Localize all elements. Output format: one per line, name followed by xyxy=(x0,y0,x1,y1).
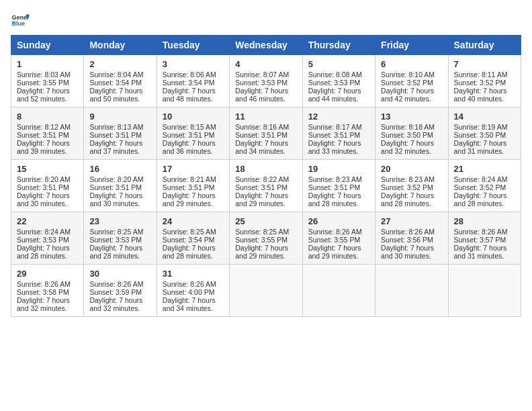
daylight-hours: Daylight: 7 hours and 30 minutes. xyxy=(381,244,434,260)
calendar-cell: 18Sunrise: 8:22 AMSunset: 3:51 PMDayligh… xyxy=(230,160,302,212)
calendar-cell xyxy=(302,265,375,317)
sunset-time: Sunset: 3:55 PM xyxy=(308,236,361,244)
sunset-time: Sunset: 3:51 PM xyxy=(89,131,142,139)
daylight-hours: Daylight: 7 hours and 33 minutes. xyxy=(308,139,361,155)
daylight-hours: Daylight: 7 hours and 39 minutes. xyxy=(17,139,70,155)
day-number: 28 xyxy=(454,216,515,226)
page-header: General Blue xyxy=(11,11,521,30)
sunrise-time: Sunrise: 8:12 AM xyxy=(17,123,71,131)
daylight-hours: Daylight: 7 hours and 29 minutes. xyxy=(163,191,216,208)
sunset-time: Sunset: 3:52 PM xyxy=(454,183,506,191)
sunset-time: Sunset: 3:53 PM xyxy=(17,236,69,244)
logo: General Blue xyxy=(11,11,30,30)
calendar-cell: 25Sunrise: 8:25 AMSunset: 3:55 PMDayligh… xyxy=(230,212,302,265)
day-number: 8 xyxy=(17,111,78,122)
sunset-time: Sunset: 3:52 PM xyxy=(454,79,506,87)
day-number: 20 xyxy=(381,164,442,174)
daylight-hours: Daylight: 7 hours and 36 minutes. xyxy=(163,139,216,155)
sunset-time: Sunset: 3:50 PM xyxy=(381,131,433,139)
calendar-cell: 15Sunrise: 8:20 AMSunset: 3:51 PMDayligh… xyxy=(11,160,84,212)
day-number: 13 xyxy=(381,111,442,122)
day-number: 6 xyxy=(381,59,442,69)
sunrise-time: Sunrise: 8:26 AM xyxy=(308,228,362,236)
day-number: 10 xyxy=(163,111,224,122)
calendar-cell: 31Sunrise: 8:26 AMSunset: 4:00 PMDayligh… xyxy=(157,265,229,317)
sunset-time: Sunset: 3:52 PM xyxy=(381,79,433,87)
sunrise-time: Sunrise: 8:26 AM xyxy=(163,280,216,288)
day-number: 25 xyxy=(235,216,296,226)
daylight-hours: Daylight: 7 hours and 31 minutes. xyxy=(454,139,507,155)
day-number: 29 xyxy=(17,269,78,279)
calendar-cell: 26Sunrise: 8:26 AMSunset: 3:55 PMDayligh… xyxy=(302,212,375,265)
sunrise-time: Sunrise: 8:26 AM xyxy=(454,228,508,236)
calendar-cell: 24Sunrise: 8:25 AMSunset: 3:54 PMDayligh… xyxy=(157,212,229,265)
sunrise-time: Sunrise: 8:25 AM xyxy=(89,228,143,236)
calendar-cell: 3Sunrise: 8:06 AMSunset: 3:54 PMDaylight… xyxy=(157,55,229,107)
day-number: 3 xyxy=(163,59,224,69)
sunset-time: Sunset: 3:53 PM xyxy=(89,236,142,244)
daylight-hours: Daylight: 7 hours and 34 minutes. xyxy=(235,139,288,155)
sunrise-time: Sunrise: 8:20 AM xyxy=(17,175,71,183)
daylight-hours: Daylight: 7 hours and 29 minutes. xyxy=(235,244,288,260)
sunrise-time: Sunrise: 8:23 AM xyxy=(381,175,435,183)
calendar-body: 1Sunrise: 8:03 AMSunset: 3:55 PMDaylight… xyxy=(11,55,521,317)
calendar-cell xyxy=(375,265,448,317)
daylight-hours: Daylight: 7 hours and 48 minutes. xyxy=(163,87,216,103)
calendar-cell: 30Sunrise: 8:26 AMSunset: 3:59 PMDayligh… xyxy=(84,265,157,317)
day-number: 24 xyxy=(163,216,224,226)
calendar-cell: 22Sunrise: 8:24 AMSunset: 3:53 PMDayligh… xyxy=(11,212,84,265)
daylight-hours: Daylight: 7 hours and 32 minutes. xyxy=(381,139,434,155)
daylight-hours: Daylight: 7 hours and 30 minutes. xyxy=(89,191,142,208)
calendar-cell: 7Sunrise: 8:11 AMSunset: 3:52 PMDaylight… xyxy=(448,55,521,107)
sunrise-time: Sunrise: 8:08 AM xyxy=(308,71,362,79)
day-number: 30 xyxy=(89,269,150,279)
sunset-time: Sunset: 4:00 PM xyxy=(163,288,215,296)
calendar-week-row: 15Sunrise: 8:20 AMSunset: 3:51 PMDayligh… xyxy=(11,160,521,212)
calendar-cell: 21Sunrise: 8:24 AMSunset: 3:52 PMDayligh… xyxy=(448,160,521,212)
calendar-cell: 13Sunrise: 8:18 AMSunset: 3:50 PMDayligh… xyxy=(375,107,448,160)
calendar-cell: 16Sunrise: 8:20 AMSunset: 3:51 PMDayligh… xyxy=(84,160,157,212)
day-number: 21 xyxy=(454,164,515,174)
day-number: 14 xyxy=(454,111,515,122)
calendar-cell: 5Sunrise: 8:08 AMSunset: 3:53 PMDaylight… xyxy=(302,55,375,107)
sunrise-time: Sunrise: 8:10 AM xyxy=(381,71,435,79)
sunrise-time: Sunrise: 8:25 AM xyxy=(235,228,289,236)
sunrise-time: Sunrise: 8:19 AM xyxy=(454,123,508,131)
daylight-hours: Daylight: 7 hours and 40 minutes. xyxy=(454,87,507,103)
sunrise-time: Sunrise: 8:24 AM xyxy=(454,175,508,183)
day-number: 2 xyxy=(89,59,150,69)
calendar-header-tuesday: Tuesday xyxy=(157,36,229,55)
sunset-time: Sunset: 3:54 PM xyxy=(89,79,142,87)
sunrise-time: Sunrise: 8:07 AM xyxy=(235,71,289,79)
daylight-hours: Daylight: 7 hours and 31 minutes. xyxy=(454,244,507,260)
calendar-cell: 17Sunrise: 8:21 AMSunset: 3:51 PMDayligh… xyxy=(157,160,229,212)
calendar-week-row: 22Sunrise: 8:24 AMSunset: 3:53 PMDayligh… xyxy=(11,212,521,265)
calendar-header-row: SundayMondayTuesdayWednesdayThursdayFrid… xyxy=(11,36,521,55)
day-number: 7 xyxy=(454,59,515,69)
sunset-time: Sunset: 3:50 PM xyxy=(454,131,506,139)
sunset-time: Sunset: 3:52 PM xyxy=(381,183,433,191)
calendar-cell: 20Sunrise: 8:23 AMSunset: 3:52 PMDayligh… xyxy=(375,160,448,212)
daylight-hours: Daylight: 7 hours and 32 minutes. xyxy=(17,296,70,312)
sunrise-time: Sunrise: 8:04 AM xyxy=(89,71,143,79)
day-number: 17 xyxy=(163,164,224,174)
sunrise-time: Sunrise: 8:18 AM xyxy=(381,123,435,131)
calendar-cell: 12Sunrise: 8:17 AMSunset: 3:51 PMDayligh… xyxy=(302,107,375,160)
sunset-time: Sunset: 3:54 PM xyxy=(163,236,215,244)
calendar-cell: 28Sunrise: 8:26 AMSunset: 3:57 PMDayligh… xyxy=(448,212,521,265)
sunrise-time: Sunrise: 8:13 AM xyxy=(89,123,143,131)
sunset-time: Sunset: 3:51 PM xyxy=(89,183,142,191)
daylight-hours: Daylight: 7 hours and 44 minutes. xyxy=(308,87,361,103)
day-number: 18 xyxy=(235,164,296,174)
daylight-hours: Daylight: 7 hours and 28 minutes. xyxy=(454,191,507,208)
day-number: 23 xyxy=(89,216,150,226)
daylight-hours: Daylight: 7 hours and 37 minutes. xyxy=(89,139,142,155)
logo-icon: General Blue xyxy=(11,11,30,30)
daylight-hours: Daylight: 7 hours and 29 minutes. xyxy=(308,244,361,260)
calendar-cell: 23Sunrise: 8:25 AMSunset: 3:53 PMDayligh… xyxy=(84,212,157,265)
sunrise-time: Sunrise: 8:23 AM xyxy=(308,175,362,183)
day-number: 11 xyxy=(235,111,296,122)
calendar-header-wednesday: Wednesday xyxy=(230,36,302,55)
sunrise-time: Sunrise: 8:06 AM xyxy=(163,71,216,79)
calendar-cell xyxy=(230,265,302,317)
